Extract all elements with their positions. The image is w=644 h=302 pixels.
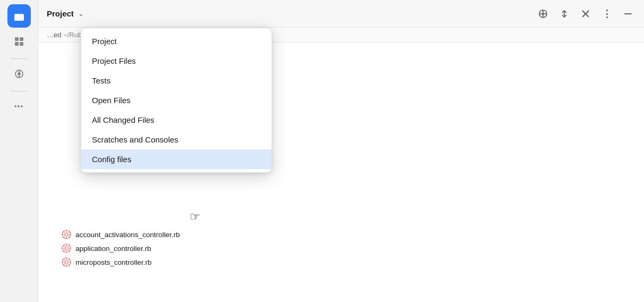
dropdown-item-project[interactable]: Project [81,31,272,51]
header-left: Project ⌄ [47,9,84,18]
more-options-btn[interactable]: ⋮ [599,6,614,21]
dropdown-item-project-files[interactable]: Project Files [81,51,272,71]
toolbar-folder-btn[interactable] [7,4,31,28]
svg-point-27 [65,247,68,250]
file-item-microposts-controller[interactable]: microposts_controller.rb [55,255,644,269]
svg-point-17 [65,233,68,236]
file-list: account_activations_controller.rb [38,223,644,273]
svg-rect-3 [15,42,19,46]
header-title: Project [47,9,74,18]
dropdown-item-config-files[interactable]: Config files [81,149,272,169]
svg-point-12 [542,13,544,15]
header-chevron-icon[interactable]: ⌄ [78,10,84,18]
file-item-application-controller[interactable]: application_controller.rb [55,241,644,255]
svg-rect-4 [20,42,23,46]
file-name-1: account_activations_controller.rb [75,231,180,239]
left-toolbar: ••• [0,0,38,302]
cursor-hand: ☞ [190,210,200,224]
file-icon-2 [62,244,71,253]
header-bar: Project ⌄ [38,0,644,28]
toolbar-separator-2 [11,91,28,91]
close-btn[interactable] [578,6,593,21]
file-icon-3 [62,257,71,267]
svg-rect-1 [15,37,19,41]
file-name-3: microposts_controller.rb [75,258,151,266]
toolbar-layout-btn[interactable] [7,30,31,53]
expand-btn[interactable] [557,6,572,21]
file-icon-1 [62,230,71,239]
dropdown-item-all-changed[interactable]: All Changed Files [81,110,272,130]
svg-rect-2 [20,37,23,41]
dropdown-menu: Project Project Files Tests Open Files A… [81,28,272,173]
file-item-account-activations[interactable]: account_activations_controller.rb [55,228,644,241]
svg-point-37 [65,261,68,264]
dropdown-item-open-files[interactable]: Open Files [81,90,272,110]
header-right: ⋮ [536,6,635,21]
dropdown-item-tests[interactable]: Tests [81,71,272,90]
dropdown-item-scratches[interactable]: Scratches and Consoles [81,130,272,149]
file-name-2: application_controller.rb [75,245,151,253]
toolbar-separator-1 [11,58,28,59]
main-panel: Project ⌄ [38,0,644,302]
toolbar-git-btn[interactable] [7,62,31,86]
svg-point-6 [18,72,21,76]
toolbar-more-btn[interactable]: ••• [7,95,31,118]
app-container: ••• Project ⌄ [0,0,644,302]
locate-btn[interactable] [536,6,550,21]
minimize-btn[interactable] [621,6,635,21]
